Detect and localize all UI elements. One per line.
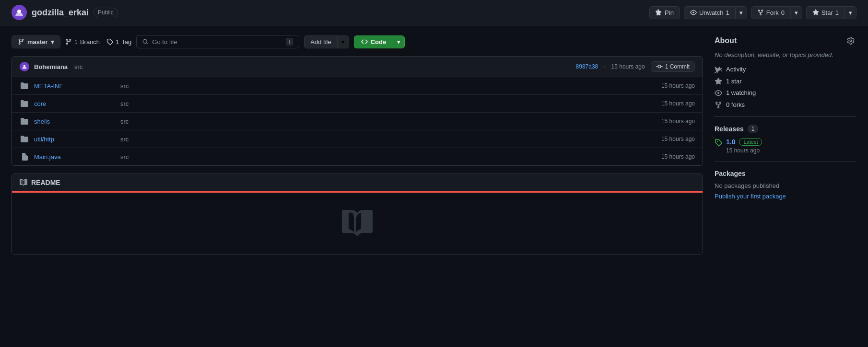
readme-body [12, 193, 703, 254]
branch-meta: 1 Branch 1 Tag [65, 38, 132, 46]
file-message: src [120, 118, 661, 125]
star-label: Star [821, 9, 833, 16]
add-file-dropdown[interactable]: ▾ [337, 35, 349, 48]
file-time: 15 hours ago [661, 153, 695, 160]
search-bar-wrap: t [136, 35, 299, 48]
packages-title: Packages [715, 170, 856, 177]
branch-name: master [27, 38, 48, 46]
search-input[interactable] [152, 38, 282, 46]
branch-label: Branch [80, 38, 100, 46]
stars-label[interactable]: 1 star [726, 78, 742, 85]
star-button[interactable]: Star 1 [806, 6, 845, 19]
add-file-wrap: Add file ▾ [304, 35, 349, 48]
file-name[interactable]: Main.java [34, 153, 111, 161]
file-time: 15 hours ago [661, 136, 695, 142]
watching-stat: 1 watching [715, 89, 856, 97]
add-file-button[interactable]: Add file [304, 35, 337, 48]
repo-name: godzilla_erkai [32, 8, 89, 18]
branch-count-link[interactable]: 1 Branch [65, 38, 100, 46]
file-time: 15 hours ago [661, 82, 695, 89]
forks-label[interactable]: 0 forks [726, 101, 745, 108]
readme-header: README [12, 174, 703, 193]
watching-label[interactable]: 1 watching [726, 89, 756, 96]
file-time: 15 hours ago [661, 100, 695, 107]
unwatch-split: Unwatch 1 ▾ [684, 6, 747, 19]
tag-icon [715, 138, 722, 146]
unwatch-dropdown[interactable]: ▾ [735, 6, 747, 19]
star-icon [715, 77, 722, 85]
release-version[interactable]: 1.0 [726, 138, 735, 146]
unwatch-button[interactable]: Unwatch 1 [684, 6, 735, 19]
fork-label: Fork [766, 9, 779, 16]
commit-count-label: 1 Commit [665, 63, 690, 70]
top-bar: godzilla_erkai Public Pin Unwatch 1 ▾ Fo… [0, 0, 868, 25]
releases-title[interactable]: Releases [715, 125, 744, 133]
activity-label[interactable]: Activity [726, 66, 746, 73]
avatar [12, 5, 27, 20]
packages-section: Packages No packages published Publish y… [715, 170, 856, 200]
folder-icon [20, 116, 29, 126]
folder-icon [20, 134, 29, 144]
code-label: Code [371, 38, 387, 46]
folder-icon [20, 99, 29, 108]
activity-icon [715, 65, 722, 73]
file-name[interactable]: shells [34, 118, 111, 125]
stars-stat: 1 star [715, 77, 856, 85]
releases-header: Releases 1 [715, 125, 856, 133]
file-name[interactable]: util/http [34, 136, 111, 143]
about-section: About No description, website, or topics… [715, 35, 856, 117]
commit-avatar [20, 62, 29, 71]
watch-icon [715, 89, 722, 97]
table-row: Main.java src 15 hours ago [12, 148, 703, 165]
unwatch-count: 1 [726, 9, 729, 16]
file-message: src [120, 153, 661, 161]
publish-package-link[interactable]: Publish your first package [715, 193, 786, 200]
repo-toolbar: master ▾ 1 Branch 1 Tag t [12, 35, 703, 48]
release-item: 1.0 Latest [715, 138, 856, 146]
pin-button[interactable]: Pin [649, 6, 680, 19]
tag-count-link[interactable]: 1 Tag [106, 38, 131, 46]
main-content: master ▾ 1 Branch 1 Tag t [0, 25, 868, 264]
commit-row-right: 8987a38 · 15 hours ago 1 Commit [576, 61, 695, 72]
star-dropdown[interactable]: ▾ [845, 6, 856, 19]
activity-stat: Activity [715, 65, 856, 73]
table-row: META-INF src 15 hours ago [12, 77, 703, 95]
forks-stat: 0 forks [715, 101, 856, 109]
add-file-label: Add file [310, 38, 331, 46]
commit-author[interactable]: Bohemiana [34, 63, 68, 70]
branch-selector[interactable]: master ▾ [12, 35, 60, 48]
file-name[interactable]: core [34, 100, 111, 107]
releases-count: 1 [748, 125, 759, 133]
file-message: src [120, 100, 661, 107]
commit-count-button[interactable]: 1 Commit [651, 61, 695, 72]
stats-list: Activity 1 star 1 watching [715, 65, 856, 108]
commit-time: 15 hours ago [611, 63, 645, 70]
fork-button[interactable]: Fork 0 [751, 6, 790, 19]
readme-section: README [12, 174, 703, 254]
about-header: About [715, 35, 856, 46]
left-panel: master ▾ 1 Branch 1 Tag t [12, 35, 703, 254]
readme-title: README [31, 179, 60, 186]
top-actions: Pin Unwatch 1 ▾ Fork 0 ▾ Star 1 ▾ [649, 6, 856, 19]
table-row: core src 15 hours ago [12, 95, 703, 113]
fork-dropdown[interactable]: ▾ [790, 6, 802, 19]
file-name[interactable]: META-INF [34, 82, 111, 90]
code-dropdown[interactable]: ▾ [393, 35, 405, 48]
latest-badge: Latest [739, 138, 762, 146]
commit-hash[interactable]: 8987a38 [576, 63, 598, 70]
commit-dot: · [604, 63, 605, 70]
releases-section: Releases 1 1.0 Latest 15 hours ago [715, 125, 856, 162]
repo-identity: godzilla_erkai Public [12, 5, 118, 20]
tag-label: Tag [121, 38, 131, 46]
gear-button[interactable] [845, 35, 856, 46]
table-row: util/http src 15 hours ago [12, 130, 703, 148]
file-message: src [120, 82, 661, 90]
code-button[interactable]: Code [354, 35, 393, 48]
file-message: src [120, 136, 661, 143]
star-split: Star 1 ▾ [806, 6, 856, 19]
about-description: No description, website, or topics provi… [715, 51, 856, 58]
right-panel: About No description, website, or topics… [715, 35, 856, 254]
star-count: 1 [835, 9, 839, 16]
unwatch-label: Unwatch [699, 9, 724, 16]
search-bar: t [136, 35, 299, 48]
